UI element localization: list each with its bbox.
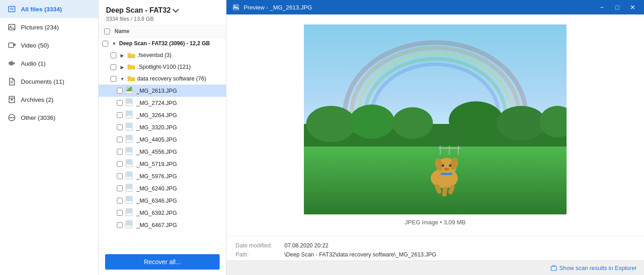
file-row-1[interactable]: _MG_2724.JPG <box>99 97 226 109</box>
other-icon <box>7 113 16 122</box>
file-label-10: _MG_6392.JPG <box>136 210 177 216</box>
file-row-9[interactable]: _MG_6346.JPG <box>99 194 226 207</box>
sidebar-item-all-files[interactable]: All files (3334) <box>0 0 98 18</box>
svg-rect-65 <box>441 173 452 175</box>
sidebar-item-label: Pictures (234) <box>21 24 59 31</box>
folder-recovery-row[interactable]: ▼ data recovery software (76) <box>99 73 226 85</box>
file-checkbox-7[interactable] <box>117 173 123 179</box>
sidebar-item-archives[interactable]: Archives (2) <box>0 90 98 109</box>
file-checkbox-11[interactable] <box>117 222 123 228</box>
sidebar-item-pictures[interactable]: Pictures (234) <box>0 18 98 36</box>
svg-rect-15 <box>126 87 132 91</box>
file-checkbox-1[interactable] <box>117 100 123 106</box>
svg-point-68 <box>444 168 449 171</box>
file-row-5[interactable]: _MG_4556.JPG <box>99 146 226 158</box>
file-row-4[interactable]: _MG_4405.JPG <box>99 133 226 146</box>
file-img-icon-11 <box>125 220 133 230</box>
svg-point-50 <box>449 101 503 139</box>
file-checkbox-9[interactable] <box>117 198 123 204</box>
file-row-10[interactable]: _MG_6392.JPG <box>99 207 226 219</box>
svg-point-49 <box>392 107 433 139</box>
folder-recovery-label: data recovery software (76) <box>137 76 206 82</box>
preview-title: Preview - _MG_2613.JPG <box>244 4 592 11</box>
svg-point-47 <box>306 106 356 142</box>
show-scan-text: Show scan results in Explorer <box>559 265 637 271</box>
sidebar-item-video[interactable]: Video (50) <box>0 36 98 54</box>
file-label-11: _MG_6467.JPG <box>136 222 177 228</box>
folder-fseventsd-checkbox[interactable] <box>111 52 116 58</box>
preview-meta: Date modified: 07.08.2020 20:22 Path: \D… <box>226 236 644 261</box>
svg-rect-8 <box>9 96 14 98</box>
preview-footer: Show scan results in Explorer <box>226 261 644 275</box>
svg-rect-23 <box>126 136 132 140</box>
svg-rect-29 <box>126 172 132 177</box>
file-label-2: _MG_3264.JPG <box>136 112 177 119</box>
archives-icon <box>7 95 16 104</box>
file-img-icon-2 <box>125 110 133 120</box>
tree-root-row[interactable]: ▼ Deep Scan - FAT32 (3096) - 12,2 GB <box>99 38 226 49</box>
svg-rect-57 <box>439 147 461 149</box>
folder-fseventsd-arrow: ▶ <box>119 52 125 58</box>
svg-rect-27 <box>126 160 132 165</box>
file-label-3: _MG_3320.JPG <box>136 124 177 131</box>
show-scan-link[interactable]: Show scan results in Explorer <box>551 265 637 271</box>
documents-icon <box>7 77 16 86</box>
sidebar-item-label: Documents (11) <box>21 78 64 85</box>
sidebar-item-label: Archives (2) <box>21 96 53 103</box>
file-img-icon-4 <box>125 135 133 144</box>
file-row-11[interactable]: _MG_6467.JPG <box>99 219 226 231</box>
file-row-0[interactable]: _MG_2613.JPG <box>99 85 226 97</box>
svg-point-39 <box>234 5 235 7</box>
folder-recovery-checkbox[interactable] <box>111 76 116 82</box>
sidebar-item-documents[interactable]: Documents (11) <box>0 72 98 90</box>
recover-all-button[interactable]: Recover all... <box>105 254 220 270</box>
svg-rect-69 <box>551 266 557 270</box>
svg-rect-17 <box>126 99 132 104</box>
sidebar-item-other[interactable]: Other (3036) <box>0 109 98 127</box>
folder-fseventsd-row[interactable]: ▶ .fseventsd (3) <box>99 49 226 61</box>
minimize-button[interactable]: − <box>596 1 608 13</box>
file-row-2[interactable]: _MG_3264.JPG <box>99 109 226 121</box>
file-checkbox-2[interactable] <box>117 112 123 118</box>
scan-title-text: Deep Scan - FAT32 <box>106 6 171 14</box>
sidebar: All files (3334) Pictures (234) Video (5… <box>0 0 99 275</box>
maximize-button[interactable]: □ <box>611 1 623 13</box>
svg-point-4 <box>10 26 11 27</box>
sidebar-item-audio[interactable]: Audio (1) <box>0 54 98 72</box>
svg-rect-0 <box>9 6 15 12</box>
meta-path-label: Path: <box>235 251 281 258</box>
file-row-7[interactable]: _MG_5976.JPG <box>99 170 226 182</box>
svg-rect-5 <box>9 43 14 47</box>
file-checkbox-5[interactable] <box>117 149 123 155</box>
file-row-3[interactable]: _MG_3320.JPG <box>99 121 226 133</box>
file-checkbox-0[interactable] <box>117 88 123 94</box>
file-checkbox-3[interactable] <box>117 124 123 130</box>
recover-btn-wrap: Recover all... <box>99 248 226 275</box>
root-collapse-arrow: ▼ <box>111 40 117 47</box>
svg-rect-38 <box>233 4 239 10</box>
root-checkbox[interactable] <box>102 41 108 47</box>
svg-point-67 <box>449 165 452 167</box>
meta-date-label: Date modified: <box>235 242 281 249</box>
root-label: Deep Scan - FAT32 (3096) - 12,2 GB <box>119 40 210 47</box>
file-label-6: _MG_5719.JPG <box>136 161 177 167</box>
select-all-checkbox[interactable] <box>104 28 110 34</box>
file-panel-header: Deep Scan - FAT32 3334 files / 13,8 GB <box>99 0 226 25</box>
svg-rect-9 <box>11 99 13 100</box>
file-checkbox-6[interactable] <box>117 161 123 167</box>
folder-spotlight-checkbox[interactable] <box>111 64 116 70</box>
file-img-icon-8 <box>125 184 133 193</box>
file-img-icon-0 <box>125 86 133 95</box>
folder-spotlight-row[interactable]: ▶ .Spotlight-V100 (121) <box>99 61 226 73</box>
file-checkbox-4[interactable] <box>117 137 123 142</box>
svg-point-51 <box>496 106 546 140</box>
file-row-8[interactable]: _MG_6240.JPG <box>99 182 226 194</box>
file-row-6[interactable]: _MG_5719.JPG <box>99 158 226 170</box>
file-checkbox-8[interactable] <box>117 185 123 191</box>
svg-rect-35 <box>126 209 132 213</box>
folder-spotlight-label: .Spotlight-V100 (121) <box>137 64 191 70</box>
file-panel: Deep Scan - FAT32 3334 files / 13,8 GB N… <box>99 0 226 275</box>
file-checkbox-10[interactable] <box>117 210 123 216</box>
close-button[interactable]: ✕ <box>627 1 639 13</box>
scan-title[interactable]: Deep Scan - FAT32 <box>106 6 219 14</box>
